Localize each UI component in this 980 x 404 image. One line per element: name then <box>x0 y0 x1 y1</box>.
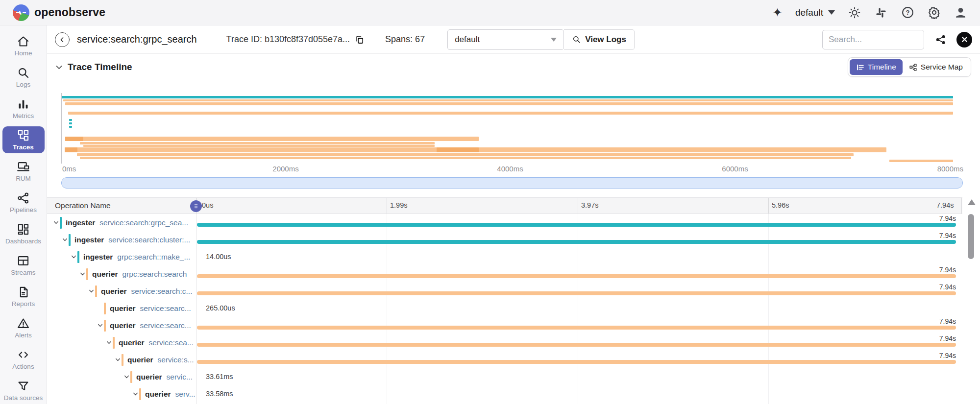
copy-icon[interactable] <box>355 35 365 45</box>
operation-name-header: Operation Name <box>55 201 111 210</box>
waterfall-scrollbar <box>966 198 976 404</box>
topbar: openobserve ✦ default ? <box>0 0 980 25</box>
span-timeline-cell: 33.61ms <box>196 368 959 385</box>
tab-service-map[interactable]: Service Map <box>903 59 969 75</box>
help-icon[interactable]: ? <box>901 6 914 20</box>
span-timeline-cell: 33.58ms <box>196 385 959 403</box>
span-duration: 7.94s <box>939 352 956 359</box>
search-input[interactable] <box>822 30 924 49</box>
span-row[interactable]: querierservice:search:c...7.94s <box>47 283 962 300</box>
span-row[interactable]: querierservice:searc...7.94s <box>47 317 962 334</box>
settings-gear-icon[interactable] <box>927 6 941 20</box>
main-panel: service:search:grpc_search Trace ID: b13… <box>47 25 980 404</box>
row-collapse-chevron-icon[interactable] <box>78 271 86 277</box>
span-row[interactable]: querierservice:s...7.94s <box>47 351 962 368</box>
service-color-strip <box>69 234 71 246</box>
scroll-thumb[interactable] <box>968 214 974 259</box>
sidebar-item-actions[interactable]: Actions <box>2 346 45 373</box>
row-collapse-chevron-icon[interactable] <box>122 374 130 380</box>
sidebar-item-label: Metrics <box>13 112 34 120</box>
row-collapse-chevron-icon[interactable] <box>131 391 139 397</box>
view-logs-button[interactable]: View Logs <box>564 29 635 50</box>
span-row[interactable]: querierserv...33.58ms <box>47 385 962 403</box>
sidebar-item-dashboards[interactable]: Dashboards <box>2 220 45 247</box>
row-collapse-chevron-icon[interactable] <box>52 219 60 226</box>
axis-tick: 8000ms <box>937 165 963 173</box>
close-button[interactable] <box>956 32 972 48</box>
span-row[interactable]: querierservice:searc...265.00us <box>47 300 962 317</box>
service-color-strip <box>113 337 115 349</box>
row-collapse-chevron-icon[interactable] <box>105 339 113 346</box>
tab-timeline-label: Timeline <box>868 63 896 71</box>
openobserve-logo-icon <box>13 4 29 21</box>
sidebar-item-traces[interactable]: Traces <box>2 126 45 153</box>
waterfall-header: Operation Name 0us 1.99s 3.97s 5.96s 7.9… <box>47 197 962 214</box>
timeline-brush[interactable] <box>61 177 963 189</box>
logs-icon <box>17 66 30 79</box>
operation-name: service:search:cluster:... <box>108 236 190 244</box>
sidebar-item-metrics[interactable]: Metrics <box>2 95 45 122</box>
row-collapse-chevron-icon[interactable] <box>70 254 77 260</box>
axis-tick: 0ms <box>62 165 76 173</box>
slack-icon[interactable] <box>874 6 888 20</box>
span-row[interactable]: queriergrpc:search:search7.94s <box>47 265 962 283</box>
sidebar-item-label: Alerts <box>15 332 32 339</box>
span-row[interactable]: ingesterservice:search:grpc_sea...7.94s <box>47 214 962 231</box>
overview-span-bar <box>80 157 851 159</box>
span-row[interactable]: querierservic...33.61ms <box>47 368 962 385</box>
ai-sparkle-icon[interactable]: ✦ <box>772 5 783 20</box>
span-row[interactable]: ingesterservice:search:cluster:...7.94s <box>47 231 962 248</box>
sidebar-item-pipelines[interactable]: Pipelines <box>2 189 45 216</box>
span-bar[interactable] <box>197 223 956 227</box>
scroll-up-arrow[interactable] <box>968 199 976 205</box>
span-bar[interactable] <box>197 343 956 347</box>
row-collapse-chevron-icon[interactable] <box>96 322 104 329</box>
reports-icon <box>17 285 30 299</box>
span-bar[interactable] <box>197 360 956 364</box>
sidebar-item-alerts[interactable]: Alerts <box>2 314 45 341</box>
service-color-strip <box>60 217 62 229</box>
sidebar-item-streams[interactable]: Streams <box>2 252 45 279</box>
sidebar-item-label: Reports <box>12 300 35 308</box>
service-name: querier <box>145 390 171 399</box>
chevron-down-icon <box>55 63 63 71</box>
row-collapse-chevron-icon[interactable] <box>61 237 69 243</box>
share-icon[interactable] <box>935 34 947 46</box>
sidebar-item-rum[interactable]: RUM <box>2 158 45 185</box>
span-row[interactable]: querierservice:sea...7.94s <box>47 334 962 351</box>
brand[interactable]: openobserve <box>0 4 105 21</box>
tab-timeline[interactable]: Timeline <box>850 59 903 75</box>
sidebar-item-home[interactable]: Home <box>2 32 45 59</box>
sidebar-item-data-sources[interactable]: Data sources <box>2 377 45 404</box>
column-resize-grip[interactable] <box>190 200 202 212</box>
account-icon[interactable] <box>954 6 967 20</box>
svg-text:?: ? <box>906 9 909 16</box>
span-name-cell: querierserv... <box>47 385 196 403</box>
span-row[interactable]: ingestergrpc:search::make_...14.00us <box>47 248 962 265</box>
dashboards-icon <box>17 223 30 236</box>
sidebar-item-reports[interactable]: Reports <box>2 283 45 310</box>
back-button[interactable] <box>55 32 70 47</box>
span-duration: 7.94s <box>939 266 956 274</box>
span-name-cell: ingesterservice:search:cluster:... <box>47 231 196 248</box>
row-collapse-chevron-icon[interactable] <box>87 288 95 294</box>
service-color-strip <box>77 251 79 263</box>
stream-selector[interactable]: default <box>447 29 564 50</box>
trace-timeline-collapse[interactable]: Trace Timeline <box>55 62 132 72</box>
axis-tick: 6000ms <box>722 165 748 173</box>
sidebar-item-logs[interactable]: Logs <box>2 64 45 91</box>
span-bar[interactable] <box>197 291 956 295</box>
time-tick: 7.94s <box>936 201 954 209</box>
axis-tick: 2000ms <box>272 165 298 173</box>
span-bar[interactable] <box>197 240 956 244</box>
row-collapse-chevron-icon[interactable] <box>114 356 122 363</box>
span-bar[interactable] <box>197 274 956 278</box>
span-name-cell: queriergrpc:search:search <box>47 265 196 283</box>
overview-span-bar <box>68 112 954 115</box>
span-bar[interactable] <box>197 326 956 330</box>
data-sources-icon <box>17 380 30 393</box>
theme-toggle-icon[interactable] <box>848 6 861 20</box>
org-selector[interactable]: default <box>795 7 835 18</box>
span-timeline-cell: 7.94s <box>196 214 959 231</box>
alerts-icon <box>17 317 30 330</box>
